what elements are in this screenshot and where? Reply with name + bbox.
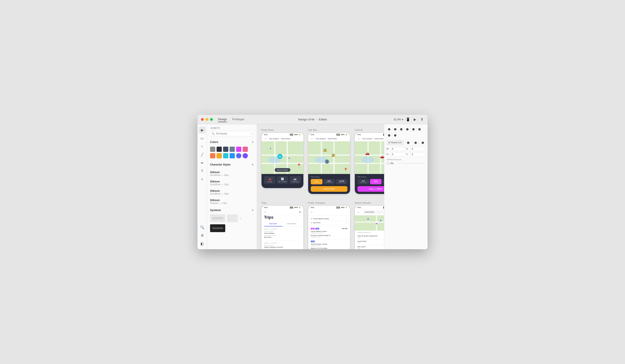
ride-option-share[interactable]: 🔄 18 - 25 min xyxy=(277,176,288,184)
color-swatch[interactable] xyxy=(223,153,228,158)
back-icon[interactable]: ← xyxy=(357,211,360,214)
ride-option-bus[interactable]: 🚌 25-30 min xyxy=(289,176,301,184)
char-style-item[interactable]: Gibson SemiBold — 24pt xyxy=(207,178,257,187)
traffic-lights xyxy=(201,118,213,121)
back-icon[interactable]: ← xyxy=(310,211,313,214)
ride-time: 18 - 25 min xyxy=(278,181,287,182)
color-swatch[interactable] xyxy=(210,147,215,152)
char-style-item[interactable]: Gibson SemiBold — 16pt xyxy=(207,187,257,197)
align-top-icon[interactable]: ⬤ xyxy=(411,126,416,132)
align-right-icon[interactable]: ⬤ xyxy=(399,126,404,132)
y-input[interactable] xyxy=(410,152,426,156)
color-swatch[interactable] xyxy=(217,153,222,158)
mask-icon[interactable]: ⬤ xyxy=(420,140,425,145)
align-bottom-icon[interactable]: ⬤ xyxy=(386,133,392,138)
location-icon: 📍 xyxy=(344,168,348,172)
color-swatch[interactable] xyxy=(217,147,222,152)
height-input[interactable] xyxy=(390,152,406,156)
share-icon[interactable]: ⬆ xyxy=(420,117,424,122)
pen-tool[interactable]: ✒ xyxy=(199,159,206,166)
trip-date: JAN 10 - 12:30 PM xyxy=(264,228,301,230)
repeat-grid-button[interactable]: ⊞ Repeat Grid xyxy=(386,140,404,145)
ride-type-ridy[interactable]: Ridy 22 min · $5 xyxy=(323,179,335,184)
crop-tool[interactable]: ⌗ xyxy=(199,176,206,183)
width-input[interactable] xyxy=(390,147,406,151)
canvas-section-transport: Public Transport 9:41 ▌▌▌WiFi🔋 ← xyxy=(308,202,350,249)
taxi-car-icon-2: 🚖 xyxy=(323,148,327,152)
call-ridy-button[interactable]: CALL A RIDY xyxy=(357,186,384,192)
tab-design[interactable]: Design xyxy=(218,117,227,122)
search-result-item[interactable]: Mini Sushi 2 mi › xyxy=(357,245,384,249)
tab-prototype[interactable]: Prototype xyxy=(232,117,244,122)
play-icon[interactable]: ▶ xyxy=(413,117,417,122)
assets-search-bar[interactable]: 🔍 ▾ xyxy=(210,131,254,136)
canvas-section-call-lift: Call Lift 9:41 ▌▌▌WiFi🔋 ← Your location xyxy=(355,129,384,194)
opacity-checkbox[interactable]: × xyxy=(386,162,389,165)
ellipse-tool[interactable]: ○ xyxy=(199,143,206,150)
plugins-tool[interactable]: ⚙ xyxy=(199,232,206,239)
lift-car-icon-2: 🚗 xyxy=(380,154,384,159)
char-style-item[interactable]: Gibson Regular — 14pt xyxy=(207,197,257,206)
tab-upcoming[interactable]: UPCOMING xyxy=(282,221,301,226)
char-styles-section-header: Character Styles + xyxy=(207,161,257,168)
char-style-item[interactable]: Gibson SemiBold — 40pt xyxy=(207,169,257,178)
assets-search-input[interactable] xyxy=(216,132,250,135)
ride-type-taxi[interactable]: Taxi 22 min · $5 xyxy=(311,179,322,184)
align-middle-v-icon[interactable]: ⬤ xyxy=(417,126,422,132)
color-swatch[interactable] xyxy=(223,147,228,152)
duplicate-icon[interactable]: ⬤ xyxy=(413,140,418,145)
search-icon: 🔍 xyxy=(212,132,215,135)
section-label-call-taxi: Call Taxi xyxy=(308,129,350,131)
line-tool[interactable]: ╱ xyxy=(199,151,206,158)
color-swatch[interactable] xyxy=(236,147,241,152)
select-tool[interactable]: ▶ xyxy=(199,126,206,133)
search-tool[interactable]: 🔍 xyxy=(199,224,206,231)
transport-search: ● Fresh Market Centre + ● My Home × xyxy=(308,216,350,226)
color-swatch[interactable] xyxy=(243,147,248,152)
phone-search: 9:41 ▌▌▌WiFi🔋 ← Sushi Place × xyxy=(355,205,384,249)
back-icon[interactable]: ← xyxy=(357,137,360,140)
fullscreen-button[interactable] xyxy=(210,118,213,121)
add-symbol-button[interactable]: + xyxy=(252,208,254,212)
minimize-button[interactable] xyxy=(206,118,208,121)
align-distribute-icon[interactable]: ⬤ xyxy=(405,126,410,132)
ungroup-icon[interactable]: ⬤ xyxy=(406,140,411,145)
close-button[interactable] xyxy=(201,118,204,121)
ride-type-autom[interactable]: AutoM 22 min · $5 xyxy=(336,179,347,184)
align-left-icon[interactable]: ⬤ xyxy=(386,126,392,132)
symbol-expand-arrow[interactable]: › xyxy=(240,216,241,221)
back-icon[interactable]: ← xyxy=(311,137,314,140)
rectangle-tool[interactable]: ▭ xyxy=(199,135,206,142)
search-bar-input[interactable]: Sushi Place xyxy=(363,210,384,214)
add-char-style-button[interactable]: + xyxy=(252,163,254,167)
zoom-control[interactable]: 42.4% ▾ xyxy=(394,118,403,121)
char-style-name: Gibson xyxy=(210,198,254,202)
add-color-button[interactable]: + xyxy=(252,140,254,144)
back-icon[interactable]: ← xyxy=(264,210,267,214)
text-tool[interactable]: T xyxy=(199,168,206,175)
color-swatch[interactable] xyxy=(230,153,235,158)
bottom-sheet: 🚗 15 min 🔄 18 - 25 min 🚌 25-30 min xyxy=(261,174,303,188)
layers-tool[interactable]: ◧ xyxy=(199,240,206,247)
distribute-v-icon[interactable]: ⬤ xyxy=(393,133,398,138)
opacity-slider[interactable] xyxy=(398,163,425,164)
tab-history[interactable]: HISTORY xyxy=(264,221,282,226)
call-taxi-button[interactable]: CALL TAXI xyxy=(311,186,347,192)
mobile-preview-icon[interactable]: 📱 xyxy=(406,117,410,122)
ride-option-car[interactable]: 🚗 15 min xyxy=(264,176,275,184)
color-swatch[interactable] xyxy=(230,147,235,152)
x-input[interactable] xyxy=(410,147,426,151)
ride-type-autom[interactable]: AutoM 22 min · $5 xyxy=(382,179,384,184)
search-result-item[interactable]: View all Sushi restaurants 2 mi › xyxy=(357,234,384,240)
canvas-area[interactable]: Sushi Place 9:41 ▌▌▌WiFi🔋 ← Your locatio… xyxy=(257,124,384,249)
back-icon[interactable]: ← xyxy=(264,137,267,140)
ride-type-taxi[interactable]: Taxi 22 min · $5 xyxy=(357,179,369,184)
ride-type-ridy[interactable]: Ridy 22 min · $5 xyxy=(370,179,382,184)
align-center-h-icon[interactable]: ⬤ xyxy=(393,126,398,132)
status-time: 9:41 xyxy=(264,207,268,209)
color-swatch[interactable] xyxy=(243,153,248,158)
color-swatch[interactable] xyxy=(210,153,215,158)
color-swatch[interactable] xyxy=(236,153,241,158)
colors-label: Colors xyxy=(210,141,218,144)
search-result-item[interactable]: Sushi Place 2 mi › xyxy=(357,240,384,245)
